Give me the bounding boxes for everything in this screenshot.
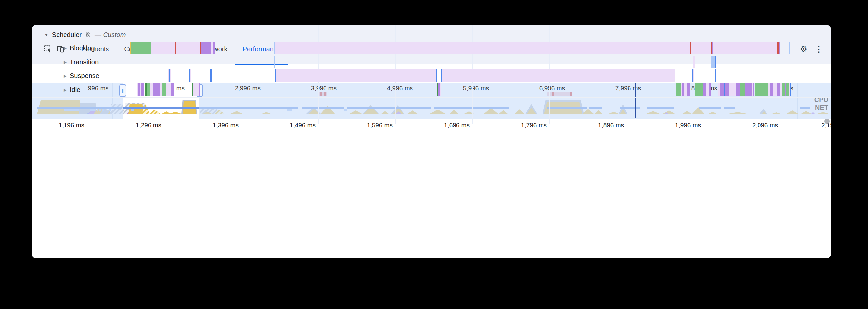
blocking-bar-segment[interactable] — [694, 51, 711, 54]
idle-bar-segment[interactable] — [160, 83, 162, 96]
idle-bar-segment[interactable] — [709, 83, 711, 96]
suspense-bar-segment[interactable] — [190, 69, 191, 82]
idle-bar-segment[interactable] — [752, 83, 753, 96]
idle-bar-segment[interactable] — [199, 83, 200, 96]
idle-bar-segment[interactable] — [770, 83, 773, 96]
idle-bar-segment[interactable] — [782, 83, 785, 96]
idle-bar-segment[interactable] — [695, 83, 703, 96]
blocking-bar-segment[interactable] — [176, 51, 189, 54]
flame-chart-track-area[interactable]: ▼ Scheduler — Custom ▶Blocking▶Transitio… — [32, 51, 831, 150]
track-row-label-blocking[interactable]: ▶Blocking — [63, 51, 95, 52]
idle-bar-segment[interactable] — [171, 83, 174, 96]
idle-bar-segment[interactable] — [684, 83, 687, 96]
row-label-text: Idle — [70, 86, 81, 94]
expand-arrow-icon[interactable]: ▶ — [63, 73, 67, 79]
idle-bar-segment[interactable] — [147, 83, 150, 96]
blocking-bar-segment[interactable] — [779, 51, 780, 54]
blocking-bar-segment[interactable] — [131, 51, 151, 54]
row-label-text: Suspense — [70, 72, 99, 80]
suspense-bar-segment[interactable] — [436, 69, 437, 82]
idle-bar-segment[interactable] — [154, 83, 160, 96]
blocking-bar-segment[interactable] — [151, 51, 175, 54]
suspense-bar-segment[interactable] — [715, 69, 716, 82]
idle-bar-segment[interactable] — [677, 83, 681, 96]
idle-bar-segment[interactable] — [440, 83, 441, 96]
idle-bar-segment[interactable] — [706, 83, 709, 96]
suspense-bar-segment[interactable] — [693, 69, 694, 82]
idle-bar-segment[interactable] — [773, 83, 777, 96]
idle-bar-segment[interactable] — [729, 83, 736, 96]
row-label-text: Blocking — [70, 51, 95, 52]
expand-arrow-icon[interactable]: ▶ — [63, 87, 67, 92]
devtools-window: ElementsConsoleSourcesNetworkPerformance… — [32, 25, 831, 258]
idle-bar-segment[interactable] — [703, 83, 706, 96]
idle-bar-segment[interactable] — [720, 83, 724, 96]
idle-bar-segment[interactable] — [141, 83, 144, 96]
blocking-bar-segment[interactable] — [713, 51, 777, 54]
idle-bar-segment[interactable] — [745, 83, 751, 96]
idle-bar-segment[interactable] — [777, 83, 780, 96]
blocking-bar-segment[interactable] — [789, 51, 790, 54]
track-row-label-transition[interactable]: ▶Transition — [63, 58, 99, 66]
track-row-label-suspense[interactable]: ▶Suspense — [63, 71, 99, 80]
details-pane — [32, 236, 831, 258]
idle-bar-segment[interactable] — [790, 83, 790, 96]
track-row-label-idle[interactable]: ▶Idle — [63, 85, 81, 94]
blocking-bar-segment[interactable] — [213, 51, 215, 54]
suspense-bar-segment[interactable] — [442, 69, 676, 82]
idle-bar-segment[interactable] — [150, 83, 153, 96]
transition-bar-segment[interactable] — [711, 56, 714, 68]
blocking-bar-segment[interactable] — [204, 51, 211, 54]
blocking-bar-segment[interactable] — [691, 51, 694, 54]
suspense-bar-segment[interactable] — [276, 69, 436, 82]
idle-bar-segment[interactable] — [144, 83, 144, 96]
transition-bar-segment[interactable] — [693, 56, 695, 68]
blocking-bar-segment[interactable] — [275, 51, 690, 54]
idle-bar-segment[interactable] — [162, 83, 166, 96]
idle-bar-segment[interactable] — [687, 83, 690, 96]
idle-bar-segment[interactable] — [193, 83, 199, 96]
blocking-bar-segment[interactable] — [189, 51, 200, 54]
track-rows: ▶Blocking▶Transition▶Suspense▶Idle — [32, 51, 831, 150]
row-label-text: Transition — [70, 58, 99, 66]
idle-bar-segment[interactable] — [740, 83, 745, 96]
expand-arrow-icon[interactable]: ▶ — [63, 60, 67, 64]
suspense-bar-segment[interactable] — [170, 69, 171, 82]
idle-bar-segment[interactable] — [786, 83, 789, 96]
transition-bar-segment[interactable] — [274, 56, 275, 68]
idle-bar-segment[interactable] — [736, 83, 740, 96]
transition-bar-segment[interactable] — [714, 56, 715, 68]
suspense-bar-segment[interactable] — [210, 69, 212, 82]
idle-bar-segment[interactable] — [755, 83, 768, 96]
idle-bar-segment[interactable] — [725, 83, 729, 96]
idle-bar-segment[interactable] — [166, 83, 171, 96]
